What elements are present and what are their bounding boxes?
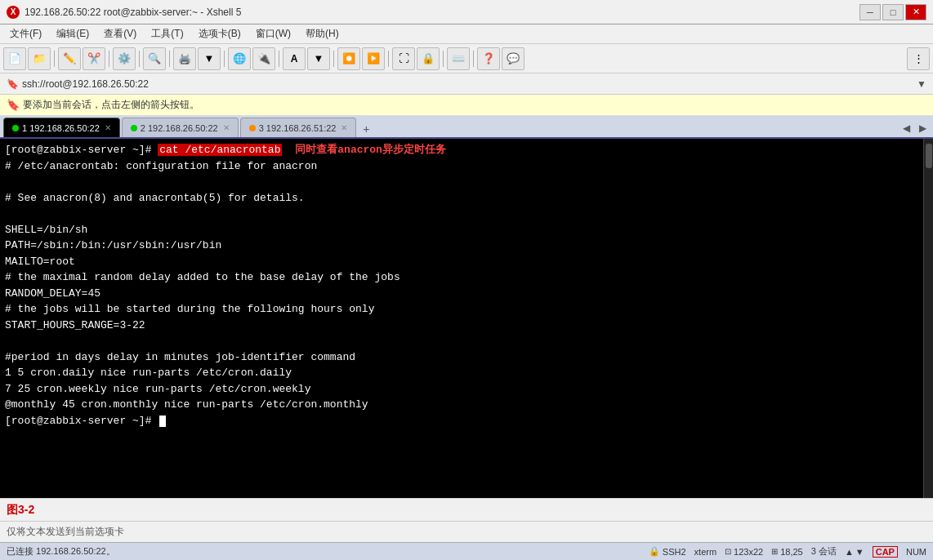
toolbar-expand-btn[interactable]: ⛶ bbox=[392, 47, 415, 70]
terminal-line-2 bbox=[5, 174, 918, 190]
terminal-prompt-2: [root@zabbix-server ~]# bbox=[5, 413, 918, 429]
terminal-line-13: #period in days delay in minutes job-ide… bbox=[5, 349, 918, 366]
terminal-line-4 bbox=[5, 206, 918, 222]
connection-status: 已连接 192.168.26.50:22。 bbox=[7, 545, 115, 558]
command-highlight: cat /etc/anacrontab bbox=[158, 144, 282, 156]
line-5-text: SHELL=/bin/sh bbox=[5, 224, 87, 236]
pos-text: 18,25 bbox=[780, 547, 803, 557]
tab-3-close[interactable]: ✕ bbox=[341, 123, 347, 132]
window-controls: ─ □ ✕ bbox=[859, 4, 926, 20]
toolbar-font-btn[interactable]: A bbox=[283, 47, 306, 70]
maximize-button[interactable]: □ bbox=[882, 4, 904, 20]
tab-2-close[interactable]: ✕ bbox=[223, 123, 230, 132]
scroll-right-btn[interactable]: ▶ bbox=[915, 119, 930, 137]
toolbar-globe-btn[interactable]: 🌐 bbox=[228, 47, 251, 70]
terminal-line-1: # /etc/anacrontab: configuration file fo… bbox=[5, 158, 918, 175]
toolbar-print-dropdown[interactable]: ▼ bbox=[198, 47, 221, 70]
arrow-down-icon[interactable]: ▼ bbox=[855, 547, 864, 557]
pos-icon: ⊞ bbox=[771, 547, 778, 556]
figure-text: 图3-2 bbox=[7, 503, 34, 518]
title-bar-left: X 192.168.26.50:22 root@zabbix-server:~ … bbox=[7, 6, 241, 19]
toolbar-keyboard-btn[interactable]: ⌨️ bbox=[447, 47, 470, 70]
terminal-line-10: # the jobs will be started during the fo… bbox=[5, 301, 918, 318]
menu-bar: 文件(F) 编辑(E) 查看(V) 工具(T) 选项卡(B) 窗口(W) 帮助(… bbox=[0, 24, 933, 44]
close-button[interactable]: ✕ bbox=[905, 4, 926, 20]
terminal-area[interactable]: [root@zabbix-server ~]# cat /etc/anacron… bbox=[0, 139, 923, 498]
tab-2[interactable]: 2 192.168.26.50:22 ✕ bbox=[122, 118, 239, 137]
toolbar-edit-btn[interactable]: ✏️ bbox=[58, 47, 81, 70]
toolbar-sep5 bbox=[224, 51, 225, 67]
tab-1-dot bbox=[12, 125, 19, 131]
terminal-scrollbar[interactable] bbox=[923, 139, 933, 498]
minimize-button[interactable]: ─ bbox=[859, 4, 881, 20]
tab-3[interactable]: 3 192.168.26.51:22 ✕ bbox=[240, 118, 357, 137]
terminal-wrapper: [root@zabbix-server ~]# cat /etc/anacron… bbox=[0, 139, 933, 498]
hint-bar: 🔖 要添加当前会话，点击左侧的箭头按钮。 bbox=[0, 95, 933, 116]
address-label: ssh://root@192.168.26.50:22 bbox=[22, 78, 149, 90]
toolbar-sep3 bbox=[139, 51, 140, 67]
toolbar-record-btn[interactable]: ⏺️ bbox=[337, 47, 360, 70]
terminal-line-14: 1 5 cron.daily nice run-parts /etc/cron.… bbox=[5, 365, 918, 381]
toolbar-play-btn[interactable]: ▶️ bbox=[362, 47, 385, 70]
toolbar-cut-btn[interactable]: ✂️ bbox=[83, 47, 105, 70]
toolbar-print-btn[interactable]: 🖨️ bbox=[173, 47, 196, 70]
toolbar-search-btn[interactable]: 🔍 bbox=[143, 47, 166, 70]
toolbar-sep7 bbox=[333, 51, 334, 67]
toolbar-settings-btn[interactable]: ⚙️ bbox=[113, 47, 136, 70]
line-7-text: MAILTO=root bbox=[5, 256, 75, 268]
toolbar-connect-btn[interactable]: 🔌 bbox=[252, 47, 275, 70]
toolbar-open-btn[interactable]: 📁 bbox=[28, 47, 51, 70]
line-9-text: RANDOM_DELAY=45 bbox=[5, 287, 100, 300]
menu-help[interactable]: 帮助(H) bbox=[299, 25, 346, 42]
tab-1-close[interactable]: ✕ bbox=[105, 123, 111, 132]
menu-tabs[interactable]: 选项卡(B) bbox=[192, 25, 248, 42]
menu-tools[interactable]: 工具(T) bbox=[145, 25, 190, 42]
terminal-line-9: RANDOM_DELAY=45 bbox=[5, 286, 918, 302]
toolbar-font-dropdown[interactable]: ▼ bbox=[307, 47, 330, 70]
line-8-text: # the maximal random delay added to the … bbox=[5, 271, 400, 283]
address-bar: 🔖 ssh://root@192.168.26.50:22 ▼ bbox=[0, 73, 933, 95]
toolbar-help-btn[interactable]: ❓ bbox=[477, 47, 500, 70]
tabs-bar: 1 192.168.26.50:22 ✕ 2 192.168.26.50:22 … bbox=[0, 116, 933, 139]
menu-edit[interactable]: 编辑(E) bbox=[50, 25, 96, 42]
line-3-text: # See anacron(8) and anacrontab(5) for d… bbox=[5, 192, 305, 204]
status-size: ⊡ 123x22 bbox=[725, 547, 763, 557]
scrollbar-thumb[interactable] bbox=[926, 144, 932, 168]
line-15-text: 7 25 cron.weekly nice run-parts /etc/cro… bbox=[5, 383, 310, 395]
toolbar-msg-btn[interactable]: 💬 bbox=[502, 47, 525, 70]
toolbar-sep2 bbox=[109, 51, 109, 67]
toolbar-new-btn[interactable]: 📄 bbox=[3, 47, 26, 70]
toolbar-sep1 bbox=[54, 51, 55, 67]
menu-file[interactable]: 文件(F) bbox=[3, 25, 48, 42]
menu-view[interactable]: 查看(V) bbox=[97, 25, 143, 42]
app-icon: X bbox=[7, 6, 20, 19]
menu-window[interactable]: 窗口(W) bbox=[249, 25, 297, 42]
status-position: ⊞ 18,25 bbox=[771, 547, 803, 557]
terminal-line-15: 7 25 cron.weekly nice run-parts /etc/cro… bbox=[5, 381, 918, 398]
bookmark-icon: 🔖 bbox=[7, 78, 19, 90]
terminal-line-7: MAILTO=root bbox=[5, 254, 918, 270]
tab-3-label: 3 192.168.26.51:22 bbox=[259, 123, 337, 133]
lock-icon: 🔒 bbox=[649, 546, 660, 557]
toolbar-more-btn[interactable]: ⋮ bbox=[907, 47, 930, 70]
annotation: 同时查看anacron异步定时任务 bbox=[295, 144, 446, 156]
tab-3-dot bbox=[249, 125, 256, 131]
tab-1[interactable]: 1 192.168.26.50:22 ✕ bbox=[3, 118, 120, 137]
line-14-text: 1 5 cron.daily nice run-parts /etc/cron.… bbox=[5, 367, 292, 379]
window-title: 192.168.26.50:22 root@zabbix-server:~ - … bbox=[25, 7, 241, 18]
tab-2-label: 2 192.168.26.50:22 bbox=[141, 123, 218, 133]
status-bar: 已连接 192.168.26.50:22。 🔒 SSH2 xterm ⊡ 123… bbox=[0, 542, 933, 560]
scroll-left-btn[interactable]: ◀ bbox=[899, 119, 913, 137]
address-dropdown-icon[interactable]: ▼ bbox=[917, 78, 926, 90]
title-bar: X 192.168.26.50:22 root@zabbix-server:~ … bbox=[0, 0, 933, 24]
terminal-line-11: START_HOURS_RANGE=3-22 bbox=[5, 318, 918, 334]
tab-1-label: 1 192.168.26.50:22 bbox=[22, 123, 100, 133]
new-tab-button[interactable]: + bbox=[358, 121, 374, 137]
app-window: X 192.168.26.50:22 root@zabbix-server:~ … bbox=[0, 0, 933, 560]
arrow-up-icon[interactable]: ▲ bbox=[845, 547, 854, 557]
toolbar-lock-btn[interactable]: 🔒 bbox=[417, 47, 440, 70]
cursor-block bbox=[159, 416, 166, 427]
cap-badge: CAP bbox=[873, 546, 898, 558]
sessions-text: 3 会话 bbox=[811, 545, 837, 558]
prompt-2-text: [root@zabbix-server ~]# bbox=[5, 415, 151, 427]
